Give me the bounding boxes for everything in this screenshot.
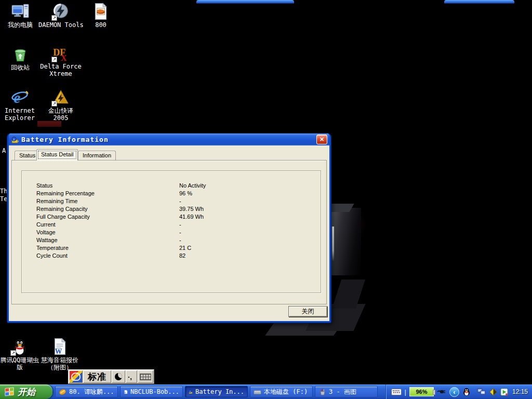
windows-flag-icon xyxy=(4,387,15,397)
paint-icon xyxy=(318,388,326,396)
dialog-titlebar[interactable]: ! Battery Information ✕ xyxy=(9,134,329,145)
task-label: 本地磁盘 (F:) xyxy=(264,388,308,396)
close-dialog-button[interactable]: 关闭 xyxy=(288,306,327,317)
desktop-icon-my-computer[interactable]: 我的电脑 xyxy=(0,3,43,29)
keyboard-tray-icon[interactable] xyxy=(391,389,402,395)
tray-clock[interactable]: 12:15 xyxy=(512,388,528,395)
info-row: Voltage- xyxy=(22,229,321,237)
taskbar-task-nbclub[interactable]: e NBCLUB-Bob... xyxy=(120,386,183,397)
taskbar: 开始 80. 谭咏麟... e NBCLUB-Bob... ! Battery … xyxy=(0,384,532,399)
music-player-icon xyxy=(59,388,66,396)
svg-text:!: ! xyxy=(190,391,190,393)
battery-info-rows: StatusNo Activity Remaining Percentage96… xyxy=(22,182,321,260)
ime-softkeyboard-button[interactable] xyxy=(138,370,153,383)
tray-separator: | xyxy=(405,388,406,396)
desktop-icon-kingsoft-fasttrans[interactable]: ↗ 金山快译 2005 xyxy=(38,88,83,122)
shortcut-arrow-icon: ↗ xyxy=(10,350,16,356)
task-label: 3 - 画图 xyxy=(329,388,356,396)
task-label: NBCLUB-Bob... xyxy=(130,388,179,395)
ime-toolbar[interactable]: 标准 ·, xyxy=(68,369,154,384)
info-row: StatusNo Activity xyxy=(22,182,321,190)
svg-text:e: e xyxy=(14,89,20,106)
image-document-icon xyxy=(92,3,110,20)
shortcut-arrow-icon: ↗ xyxy=(51,15,57,21)
info-row: Remaining Time- xyxy=(22,198,321,206)
info-row: Wattage- xyxy=(22,237,321,245)
icon-label: Delta Force xyxy=(38,63,83,70)
info-row: Current- xyxy=(22,221,321,229)
disk-drive-icon xyxy=(254,388,261,396)
system-tray: | 96% ‹ xyxy=(385,384,532,399)
media-tray-icon[interactable] xyxy=(500,388,508,396)
task-label: Battery In... xyxy=(195,388,244,395)
info-row: Temperature21 C xyxy=(22,245,321,252)
shortcut-arrow-icon: ↗ xyxy=(51,57,57,62)
daemon-tray-icon[interactable] xyxy=(489,388,497,396)
tab-status-detail[interactable]: Status Detail xyxy=(36,149,78,161)
start-button[interactable]: 开始 xyxy=(0,384,52,399)
taskbar-task-paint[interactable]: 3 - 画图 xyxy=(315,386,378,397)
collapse-tray-chevron-icon[interactable]: ‹ xyxy=(449,387,459,397)
ac-plug-icon[interactable] xyxy=(437,388,446,396)
recycle-bin-icon xyxy=(11,45,29,63)
punctuation-icon: ·, xyxy=(128,373,135,381)
covered-icon-label: Te xyxy=(0,195,7,203)
background-window-titlebar-fragment[interactable] xyxy=(444,0,514,4)
ime-fullwidth-button[interactable] xyxy=(112,370,125,383)
svg-text:!: ! xyxy=(14,137,15,141)
tab-page-status-detail: StatusNo Activity Remaining Percentage96… xyxy=(11,160,327,304)
tab-information[interactable]: Information xyxy=(78,151,116,160)
qq-tray-icon[interactable] xyxy=(462,388,471,396)
info-row: Cycle Count82 xyxy=(22,252,321,260)
icon-label: 金山快译 xyxy=(38,107,83,114)
desktop-root: { "glyphs": { "shortcut": "↗", "close_x"… xyxy=(0,0,532,399)
icon-label-line2: 版 xyxy=(0,364,42,371)
covered-icon-label: Th xyxy=(0,188,7,195)
covered-icon-fragment xyxy=(37,121,61,127)
icon-label: 我的电脑 xyxy=(0,21,43,29)
desktop-icon-delta-force-xtreme[interactable]: DF X ↗ Delta Force Xtreme xyxy=(38,44,83,77)
background-window-titlebar-fragment[interactable] xyxy=(196,0,294,4)
svg-text:X: X xyxy=(61,54,67,62)
icon-label: 慧海音箱报价 xyxy=(37,356,82,364)
close-icon[interactable]: ✕ xyxy=(316,135,327,144)
battery-information-dialog: ! Battery Information ✕ Status Status De… xyxy=(7,134,331,323)
taskbar-task-music[interactable]: 80. 谭咏麟... xyxy=(55,386,118,397)
taskbar-task-battery[interactable]: ! Battery In... xyxy=(185,386,248,397)
svg-text:W: W xyxy=(55,348,62,355)
battery-icon: ! xyxy=(11,136,19,144)
battery-tray-indicator[interactable]: 96% xyxy=(409,387,434,396)
taskbar-task-local-disk-f[interactable]: 本地磁盘 (F:) xyxy=(250,386,313,397)
keyboard-icon xyxy=(140,374,151,380)
shortcut-arrow-icon: ↗ xyxy=(51,101,57,107)
icon-label-line2: Explorer xyxy=(0,114,42,122)
info-row: Full Charge Capacity41.69 Wh xyxy=(22,214,321,221)
icon-label-line2: Xtreme xyxy=(38,70,83,77)
icon-label: 回收站 xyxy=(0,64,43,71)
ime-mode-button[interactable]: 标准 xyxy=(83,370,111,383)
battery-icon: ! xyxy=(189,388,193,396)
battery-info-panel: StatusNo Activity Remaining Percentage96… xyxy=(21,170,321,293)
desktop-icon-daemon-tools[interactable]: ↗ DAEMON Tools xyxy=(38,3,83,29)
internet-explorer-icon: e xyxy=(11,88,29,106)
icon-label: 腾讯QQ珊瑚虫 xyxy=(0,356,42,364)
ime-logo-icon[interactable] xyxy=(69,370,83,383)
desktop-icon-qq-coral[interactable]: ↗ 腾讯QQ珊瑚虫 版 xyxy=(0,338,42,371)
ie-page-icon: e xyxy=(124,388,128,396)
dialog-title: Battery Information xyxy=(21,136,314,143)
desktop-icon-word-doc[interactable]: W 慧海音箱报价 （附图） xyxy=(37,338,82,371)
task-label: 80. 谭咏麟... xyxy=(69,388,114,396)
word-document-icon: W xyxy=(51,338,69,355)
my-computer-icon xyxy=(11,3,29,20)
desktop-icon-internet-explorer[interactable]: e Internet Explorer xyxy=(0,88,42,122)
ime-mode-label: 标准 xyxy=(85,371,109,383)
wallpaper-3d-shape-edge xyxy=(332,227,334,261)
moon-icon xyxy=(115,373,122,380)
network-tray-icon[interactable] xyxy=(477,388,486,395)
desktop-icon-recycle-bin[interactable]: 回收站 xyxy=(0,45,43,71)
desktop-icon-800[interactable]: 800 xyxy=(78,3,123,29)
icon-label: Internet xyxy=(0,107,42,114)
ime-punctuation-button[interactable]: ·, xyxy=(126,370,137,383)
covered-icon-label: A xyxy=(2,147,6,154)
icon-label: 800 xyxy=(78,21,123,29)
